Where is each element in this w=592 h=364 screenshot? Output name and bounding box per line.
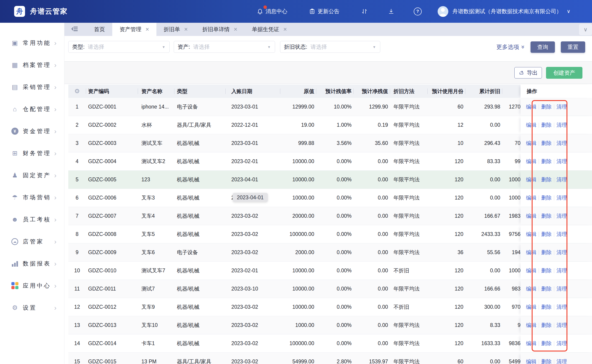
sidebar-item-chart[interactable]: 数据报表› — [0, 253, 64, 275]
edit-link[interactable]: 编辑 — [526, 322, 536, 329]
edit-link[interactable]: 编辑 — [526, 249, 536, 256]
delete-link[interactable]: 删除 — [541, 140, 552, 147]
app-logo[interactable]: 舟 — [14, 6, 25, 17]
delete-link[interactable]: 删除 — [541, 122, 552, 129]
tab-label: 折旧单详情 — [202, 26, 230, 33]
sidebar-item-people[interactable]: ☻员工考核› — [0, 208, 64, 230]
filter-asset-select[interactable]: 资产: 请选择 ▼ — [174, 41, 275, 53]
column-settings-gear-icon[interactable]: ⚙ — [68, 85, 86, 98]
sidebar-item-label: 资金管理 — [23, 127, 54, 135]
delete-link[interactable]: 删除 — [541, 340, 552, 347]
chevron-right-icon: › — [54, 39, 56, 46]
tab-资产管理[interactable]: 资产管理× — [112, 23, 156, 36]
sidebar-item-gear[interactable]: ⚙设置› — [0, 297, 64, 319]
edit-link[interactable]: 编辑 — [526, 213, 536, 220]
clean-link[interactable]: 清理 — [557, 285, 567, 292]
sort-arrows-icon[interactable] — [361, 8, 367, 14]
chevron-down-icon[interactable]: ∨ — [567, 8, 570, 14]
edit-link[interactable]: 编辑 — [526, 194, 536, 201]
edit-link[interactable]: 编辑 — [526, 140, 536, 147]
cell-actions: 编辑删除清理 — [520, 280, 592, 298]
close-icon[interactable]: × — [234, 26, 238, 32]
clean-link[interactable]: 清理 — [557, 122, 567, 129]
delete-link[interactable]: 删除 — [541, 358, 552, 364]
collapse-menu-icon[interactable] — [71, 25, 79, 33]
sidebar-item-asset[interactable]: ♟固定资产› — [0, 164, 64, 186]
edit-link[interactable]: 编辑 — [526, 158, 536, 165]
clean-link[interactable]: 清理 — [557, 249, 567, 256]
tab-首页[interactable]: 首页 — [87, 23, 112, 36]
edit-link[interactable]: 编辑 — [526, 304, 536, 311]
sidebar-item-money[interactable]: ¥资金管理› — [0, 120, 64, 142]
sidebar-item-marketing[interactable]: ☂市场营销› — [0, 186, 64, 208]
edit-link[interactable]: 编辑 — [526, 285, 536, 292]
clean-link[interactable]: 清理 — [557, 194, 567, 201]
clean-link[interactable]: 清理 — [557, 213, 567, 220]
edit-link[interactable]: 编辑 — [526, 231, 536, 238]
dropdown-arrow-icon: ▼ — [372, 45, 376, 49]
apps-icon — [10, 282, 20, 289]
clean-link[interactable]: 清理 — [557, 158, 567, 165]
tab-折旧单详情[interactable]: 折旧单详情× — [195, 23, 245, 36]
cell-date: 2023-03-10 — [226, 280, 280, 298]
edit-link[interactable]: 编辑 — [526, 267, 536, 274]
filter-type-select[interactable]: 类型: 请选择 ▼ — [68, 41, 170, 53]
edit-link[interactable]: 编辑 — [526, 358, 536, 364]
delete-link[interactable]: 删除 — [541, 249, 552, 256]
sidebar-item-clipboard[interactable]: ▤采销管理› — [0, 76, 64, 98]
edit-link[interactable]: 编辑 — [526, 176, 536, 183]
sidebar-item-shop[interactable]: ☁店管家› — [0, 230, 64, 253]
avatar[interactable] — [438, 6, 448, 17]
clean-link[interactable]: 清理 — [557, 322, 567, 329]
sidebar-item-calculator[interactable]: ⊞财务管理› — [0, 142, 64, 164]
edit-link[interactable]: 编辑 — [526, 103, 536, 110]
sidebar-item-apps[interactable]: 应用中心› — [0, 275, 64, 297]
delete-link[interactable]: 删除 — [541, 103, 552, 110]
delete-link[interactable]: 删除 — [541, 304, 552, 311]
export-button[interactable]: 导出 — [514, 67, 542, 78]
query-button[interactable]: 查询 — [531, 41, 555, 53]
sidebar-item-archive[interactable]: ▦档案管理› — [0, 54, 64, 76]
delete-link[interactable]: 删除 — [541, 322, 552, 329]
delete-link[interactable]: 删除 — [541, 158, 552, 165]
tab-单据生凭证[interactable]: 单据生凭证× — [245, 23, 294, 36]
tab-overflow-button[interactable]: ∨ — [579, 24, 592, 35]
edit-link[interactable]: 编辑 — [526, 122, 536, 129]
sidebar-item-app-grid[interactable]: ▣常用功能› — [0, 32, 64, 54]
clean-link[interactable]: 清理 — [557, 358, 567, 364]
filter-depreciation-status-select[interactable]: 折旧状态: 请选择 ▼ — [280, 41, 380, 53]
more-options-link[interactable]: 更多选项 » — [496, 41, 525, 53]
create-asset-button[interactable]: 创建资产 — [546, 67, 582, 79]
delete-link[interactable]: 删除 — [541, 231, 552, 238]
clean-link[interactable]: 清理 — [557, 176, 567, 183]
close-icon[interactable]: × — [283, 26, 287, 32]
cell-accum: 293.98 — [465, 98, 502, 116]
cell-accum: 166.66 — [465, 280, 502, 298]
delete-link[interactable]: 删除 — [541, 213, 552, 220]
download-icon[interactable] — [388, 8, 394, 14]
delete-link[interactable]: 删除 — [541, 285, 552, 292]
close-icon[interactable]: × — [146, 26, 149, 32]
close-icon[interactable]: × — [184, 26, 188, 32]
sidebar-item-warehouse[interactable]: ⌂仓配管理› — [0, 98, 64, 120]
edit-link[interactable]: 编辑 — [526, 340, 536, 347]
clean-link[interactable]: 清理 — [557, 340, 567, 347]
clean-link[interactable]: 清理 — [557, 267, 567, 274]
reset-button[interactable]: 重置 — [561, 41, 585, 53]
chevron-right-icon: › — [54, 106, 56, 113]
delete-link[interactable]: 删除 — [541, 267, 552, 274]
delete-link[interactable]: 删除 — [541, 194, 552, 201]
clean-link[interactable]: 清理 — [557, 231, 567, 238]
delete-link[interactable]: 删除 — [541, 176, 552, 183]
clean-link[interactable]: 清理 — [557, 103, 567, 110]
cell-actions: 编辑删除清理 — [520, 171, 592, 188]
help-icon[interactable]: ? — [414, 7, 422, 15]
clean-link[interactable]: 清理 — [557, 140, 567, 147]
cell-index: 4 — [68, 152, 86, 170]
message-center-button[interactable]: 消息中心 — [257, 8, 287, 15]
clean-link[interactable]: 清理 — [557, 304, 567, 311]
user-name[interactable]: 舟谱数据测试（舟谱数据技术南京有限公司） — [452, 8, 562, 15]
update-notice-button[interactable]: 更新公告 — [309, 8, 339, 15]
link-separator — [539, 305, 539, 310]
tab-折旧单[interactable]: 折旧单× — [156, 23, 195, 36]
